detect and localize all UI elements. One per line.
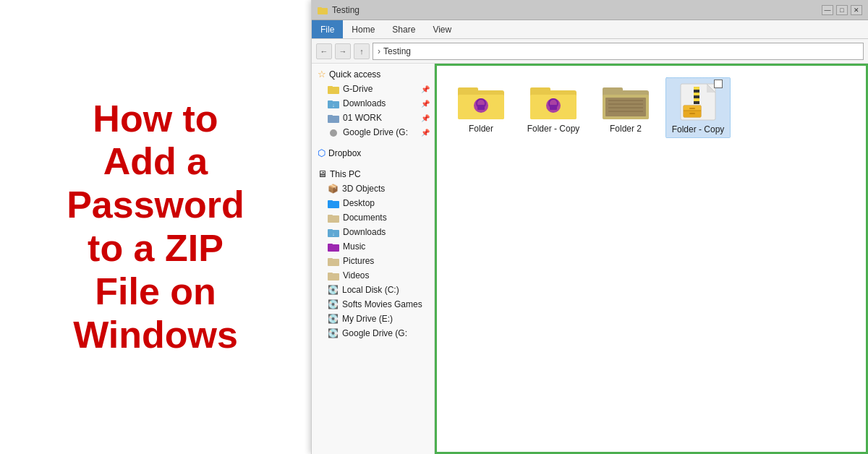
sidebar-item-documents[interactable]: Documents xyxy=(312,210,434,225)
explorer-window: Testing — □ ✕ File Home Share View ← → ↑… xyxy=(311,0,868,454)
address-bar[interactable]: › Testing xyxy=(373,43,864,60)
sidebar-item-googledrive2[interactable]: 💽 Google Drive (G: xyxy=(312,326,434,340)
address-text: Testing xyxy=(383,46,411,56)
sidebar-item-downloads[interactable]: ↓ Downloads 📌 xyxy=(312,96,434,111)
svg-rect-51 xyxy=(694,101,699,104)
main-title: How to Add a Password to a ZIP File on W… xyxy=(67,98,244,357)
sidebar-item-googledrive[interactable]: Google Drive (G: 📌 xyxy=(312,125,434,140)
back-button[interactable]: ← xyxy=(316,43,332,59)
svg-rect-55 xyxy=(689,108,695,109)
sidebar-3dobjects-label: 3D Objects xyxy=(342,184,385,194)
menu-share[interactable]: Share xyxy=(383,20,424,38)
menu-bar: File Home Share View xyxy=(312,20,868,39)
maximize-button[interactable]: □ xyxy=(836,5,848,15)
sidebar-item-downloads2[interactable]: ↓ Downloads xyxy=(312,225,434,239)
quick-access-icon: ☆ xyxy=(318,69,326,80)
videos-folder-icon xyxy=(328,271,339,280)
documents-folder-icon xyxy=(328,213,339,223)
title-bar: Testing — □ ✕ xyxy=(312,0,868,20)
sidebar-localc-label: Local Disk (C:) xyxy=(342,285,399,295)
svg-rect-20 xyxy=(328,258,333,260)
downloads2-folder-icon: ↓ xyxy=(328,228,339,237)
pictures-folder-icon xyxy=(328,257,339,266)
up-button[interactable]: ↑ xyxy=(354,43,370,59)
menu-view[interactable]: View xyxy=(424,20,460,38)
file-grid: Folder Folder - Copy xyxy=(443,72,860,144)
sidebar-item-gdrive[interactable]: G-Drive 📌 xyxy=(312,82,434,96)
sidebar-item-videos[interactable]: Videos xyxy=(312,268,434,283)
svg-rect-1 xyxy=(318,7,322,9)
3dobjects-icon: 📦 xyxy=(328,184,339,194)
checkbox-indicator xyxy=(714,80,723,88)
file-item-winzip[interactable]: Folder - Copy xyxy=(665,77,731,138)
mydrive-drive-icon: 💽 xyxy=(328,314,339,324)
sidebar-item-music[interactable]: Music xyxy=(312,239,434,254)
quick-access-label: Quick access xyxy=(329,69,380,80)
file-item-folder-copy1[interactable]: Folder - Copy xyxy=(521,77,586,138)
svg-text:↓: ↓ xyxy=(332,103,335,108)
sidebar-videos-label: Videos xyxy=(343,270,369,280)
svg-rect-50 xyxy=(694,98,699,101)
sidebar-softsmovies-label: Softs Movies Games xyxy=(342,299,422,309)
svg-rect-8 xyxy=(328,115,333,117)
svg-rect-47 xyxy=(694,90,699,93)
sidebar-pictures-label: Pictures xyxy=(343,256,374,266)
quick-access-header[interactable]: ☆ Quick access xyxy=(312,67,434,82)
forward-button[interactable]: → xyxy=(335,43,351,59)
minimize-button[interactable]: — xyxy=(822,5,833,15)
thispc-label: This PC xyxy=(330,169,361,179)
toolbar: ← → ↑ › Testing xyxy=(312,39,868,64)
sidebar-divider-2 xyxy=(312,160,434,166)
sidebar: ☆ Quick access G-Drive 📌 ↓ Downloads 📌 0… xyxy=(312,64,435,454)
googledrive2-drive-icon: 💽 xyxy=(328,328,339,338)
dropbox-label: Dropbox xyxy=(328,148,361,158)
window-controls[interactable]: — □ ✕ xyxy=(822,5,862,15)
pin-icon-googledrive: 📌 xyxy=(421,129,430,137)
file-item-folder2[interactable]: Folder 2 xyxy=(593,77,658,138)
sidebar-item-3dobjects[interactable]: 📦 3D Objects xyxy=(312,181,434,196)
svg-rect-48 xyxy=(694,93,699,95)
folder-copy1-label: Folder - Copy xyxy=(527,124,580,134)
sidebar-gdrive-label: G-Drive xyxy=(343,84,373,94)
googledrive-icon xyxy=(328,128,339,137)
file-item-folder[interactable]: Folder xyxy=(448,77,514,138)
gdrive-folder-icon xyxy=(328,85,339,94)
address-arrow: › xyxy=(378,46,380,56)
svg-rect-24 xyxy=(458,87,478,95)
sidebar-item-desktop[interactable]: Desktop xyxy=(312,196,434,210)
svg-point-9 xyxy=(330,129,337,137)
winzip-icon-container xyxy=(675,81,721,121)
menu-file[interactable]: File xyxy=(312,20,343,38)
thispc-header[interactable]: 🖥 This PC xyxy=(312,166,434,181)
folder-icon-1 xyxy=(458,80,504,121)
sidebar-item-softsmovies[interactable]: 💽 Softs Movies Games xyxy=(312,297,434,312)
pin-icon-gdrive: 📌 xyxy=(421,85,430,93)
pin-icon-downloads: 📌 xyxy=(421,100,430,108)
title-bar-text: Testing xyxy=(332,5,359,15)
title-folder-icon xyxy=(318,6,328,14)
sidebar-item-pictures[interactable]: Pictures xyxy=(312,254,434,268)
sidebar-mydrive-label: My Drive (E:) xyxy=(342,314,393,324)
sidebar-item-01work[interactable]: 01 WORK 📌 xyxy=(312,111,434,125)
dropbox-icon: ⬡ xyxy=(318,147,326,158)
folder1-label: Folder xyxy=(469,124,493,134)
work-folder-icon xyxy=(328,113,339,123)
sidebar-item-localc[interactable]: 💽 Local Disk (C:) xyxy=(312,283,434,297)
menu-home[interactable]: Home xyxy=(343,20,383,38)
svg-rect-36 xyxy=(603,87,623,95)
desktop-folder-icon xyxy=(328,199,339,208)
main-content-area: Folder Folder - Copy xyxy=(435,64,868,454)
sidebar-downloads2-label: Downloads xyxy=(343,227,386,237)
sidebar-googledrive-label: Google Drive (G: xyxy=(343,127,408,137)
left-panel: How to Add a Password to a ZIP File on W… xyxy=(0,0,311,454)
svg-rect-22 xyxy=(328,273,333,275)
svg-rect-49 xyxy=(694,95,699,98)
localc-drive-icon: 💽 xyxy=(328,285,339,295)
sidebar-item-mydrive[interactable]: 💽 My Drive (E:) xyxy=(312,312,434,326)
close-button[interactable]: ✕ xyxy=(851,5,862,15)
thispc-icon: 🖥 xyxy=(318,168,327,179)
svg-rect-28 xyxy=(477,105,485,110)
sidebar-music-label: Music xyxy=(343,241,365,252)
dropbox-header[interactable]: ⬡ Dropbox xyxy=(312,145,434,160)
sidebar-divider-1 xyxy=(312,140,434,145)
